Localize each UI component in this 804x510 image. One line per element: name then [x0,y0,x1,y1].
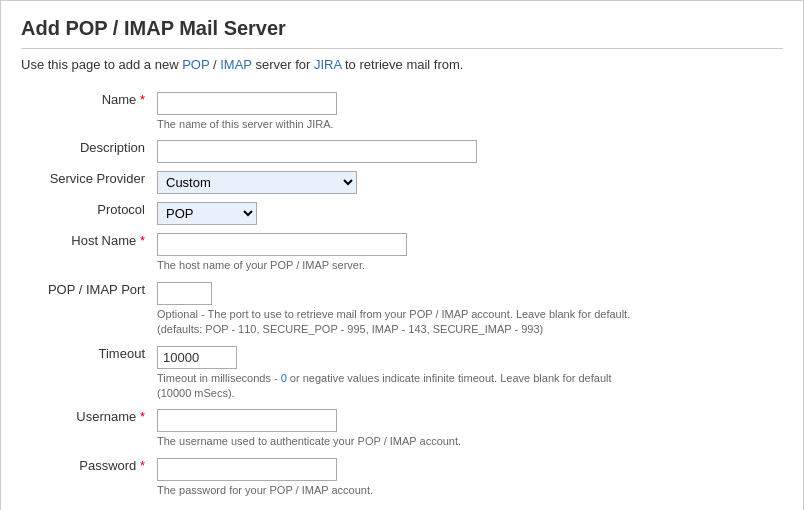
service-provider-field-cell: Custom Gmail Yahoo Hotmail [151,167,783,198]
intro-text: Use this page to add a new POP / IMAP se… [21,57,783,72]
port-label: POP / IMAP Port [21,278,151,342]
password-field-cell: The password for your POP / IMAP account… [151,454,783,502]
username-row: Username * The username used to authenti… [21,405,783,453]
hostname-required: * [140,233,145,248]
description-input[interactable] [157,140,477,163]
protocol-label: Protocol [21,198,151,229]
description-label: Description [21,136,151,167]
name-required: * [140,92,145,107]
hostname-label: Host Name * [21,229,151,277]
page-title: Add POP / IMAP Mail Server [21,17,783,49]
password-input[interactable] [157,458,337,481]
name-label: Name * [21,88,151,136]
port-input[interactable] [157,282,212,305]
hostname-hint: The host name of your POP / IMAP server. [157,258,637,273]
password-label: Password * [21,454,151,502]
password-required: * [140,458,145,473]
service-provider-select[interactable]: Custom Gmail Yahoo Hotmail [157,171,357,194]
name-row: Name * The name of this server within JI… [21,88,783,136]
password-row: Password * The password for your POP / I… [21,454,783,502]
username-required: * [140,409,145,424]
hostname-row: Host Name * The host name of your POP / … [21,229,783,277]
description-row: Description [21,136,783,167]
username-input[interactable] [157,409,337,432]
protocol-field-cell: POP IMAP SECURE_POP SECURE_IMAP [151,198,783,229]
username-label: Username * [21,405,151,453]
port-hint: Optional - The port to use to retrieve m… [157,307,637,338]
imap-link[interactable]: IMAP [220,57,252,72]
page-container: Add POP / IMAP Mail Server Use this page… [0,0,804,510]
hostname-field-cell: The host name of your POP / IMAP server. [151,229,783,277]
timeout-label: Timeout [21,342,151,406]
description-field-cell [151,136,783,167]
port-field-cell: Optional - The port to use to retrieve m… [151,278,783,342]
timeout-row: Timeout 10000 Timeout in milliseconds - … [21,342,783,406]
hostname-input[interactable] [157,233,407,256]
username-field-cell: The username used to authenticate your P… [151,405,783,453]
name-input[interactable] [157,92,337,115]
jira-link[interactable]: JIRA [314,57,341,72]
form-table: Name * The name of this server within JI… [21,88,783,502]
service-provider-label: Service Provider [21,167,151,198]
name-field-cell: The name of this server within JIRA. [151,88,783,136]
timeout-input[interactable]: 10000 [157,346,237,369]
service-provider-row: Service Provider Custom Gmail Yahoo Hotm… [21,167,783,198]
username-hint: The username used to authenticate your P… [157,434,637,449]
name-hint: The name of this server within JIRA. [157,117,637,132]
timeout-field-cell: 10000 Timeout in milliseconds - 0 or neg… [151,342,783,406]
pop-link[interactable]: POP [182,57,209,72]
protocol-row: Protocol POP IMAP SECURE_POP SECURE_IMAP [21,198,783,229]
password-hint: The password for your POP / IMAP account… [157,483,637,498]
timeout-hint: Timeout in milliseconds - 0 or negative … [157,371,637,402]
port-row: POP / IMAP Port Optional - The port to u… [21,278,783,342]
protocol-select[interactable]: POP IMAP SECURE_POP SECURE_IMAP [157,202,257,225]
